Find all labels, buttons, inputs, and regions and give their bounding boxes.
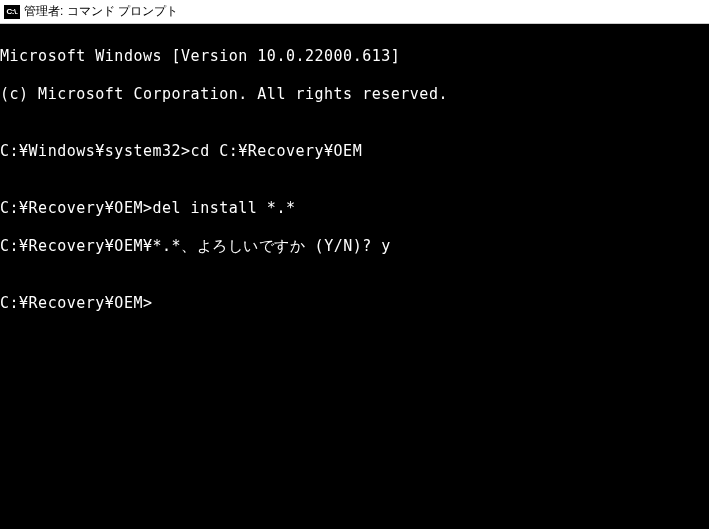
terminal-area[interactable]: Microsoft Windows [Version 10.0.22000.61… [0,24,709,529]
window-title: 管理者: コマンド プロンプト [24,3,178,20]
cmd-icon: C:\. [4,5,20,19]
window-titlebar[interactable]: C:\. 管理者: コマンド プロンプト [0,0,709,24]
terminal-line: C:¥Recovery¥OEM¥*.*、よろしいですか (Y/N)? y [0,237,709,256]
terminal-line: Microsoft Windows [Version 10.0.22000.61… [0,47,709,66]
terminal-line: (c) Microsoft Corporation. All rights re… [0,85,709,104]
terminal-line: C:¥Recovery¥OEM>del install *.* [0,199,709,218]
terminal-line: C:¥Recovery¥OEM> [0,294,709,313]
cmd-icon-text: C:\. [7,7,18,16]
terminal-line: C:¥Windows¥system32>cd C:¥Recovery¥OEM [0,142,709,161]
